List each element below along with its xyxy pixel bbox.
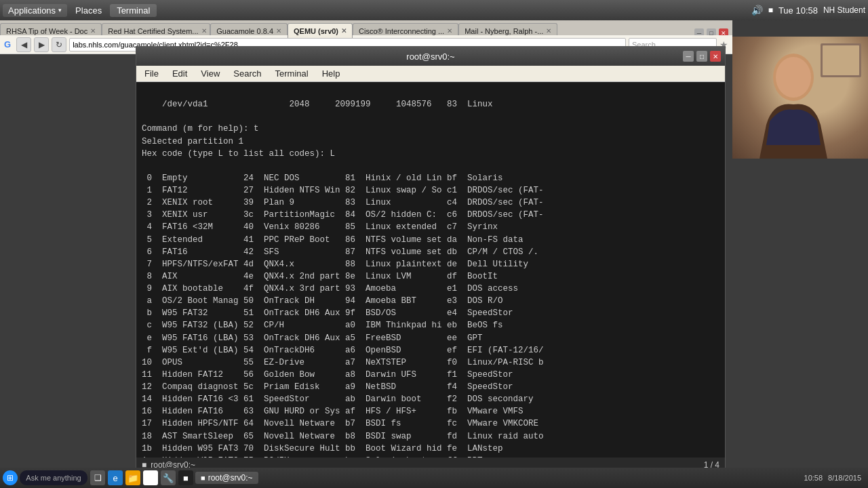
app-icon-6[interactable]: ■: [178, 470, 193, 485]
tab-cisco-label: Cisco® Interconnecting ...: [359, 27, 444, 35]
menu-file[interactable]: File: [139, 67, 164, 80]
user-label: NH Student: [823, 5, 865, 15]
task-view-symbol: ❑: [94, 473, 102, 483]
menu-terminal[interactable]: Terminal: [270, 67, 314, 80]
close-icon[interactable]: ✕: [341, 27, 347, 35]
app-icon-5[interactable]: 🔧: [161, 470, 176, 485]
webcam-area: [732, 37, 868, 159]
minimize-button[interactable]: ─: [683, 51, 694, 62]
svg-rect-1: [823, 45, 859, 75]
close-icon[interactable]: ✕: [90, 27, 96, 35]
ie-symbol: e: [113, 473, 117, 483]
applications-label: Applications: [8, 5, 56, 16]
explorer-icon[interactable]: e: [108, 470, 123, 485]
terminal-window: root@srv0:~ ─ □ ✕ File Edit View Search …: [136, 46, 726, 473]
maximize-button[interactable]: □: [696, 51, 707, 62]
start-area: Applications ▾ Places Terminal: [3, 4, 157, 17]
taskbar-time: 10:58: [804, 474, 823, 482]
terminal-body[interactable]: /dev/vda1 2048 2099199 1048576 83 Linux …: [136, 82, 725, 458]
terminal-menu[interactable]: Terminal: [110, 4, 157, 17]
tab-qemu[interactable]: QEMU (srv0) ✕: [288, 23, 353, 38]
tab-guacamole-label: Guacamole 0.8.4: [216, 27, 273, 35]
terminal-menubar: File Edit View Search Terminal Help: [136, 66, 725, 82]
folder-symbol: 📁: [127, 473, 138, 483]
places-menu[interactable]: Places: [68, 4, 108, 17]
terminal-taskbar-label: root@srv0:~: [208, 473, 253, 483]
clock: Tue 10:58: [778, 5, 818, 16]
google-logo: G: [4, 39, 11, 49]
close-button[interactable]: ✕: [710, 51, 721, 62]
terminal-label: Terminal: [117, 5, 150, 16]
close-icon[interactable]: ✕: [447, 27, 452, 35]
taskbar-date: 8/18/2015: [828, 474, 861, 482]
window-controls: ─ □ ✕: [683, 51, 721, 62]
applications-menu[interactable]: Applications ▾: [3, 4, 67, 17]
terminal-content: /dev/vda1 2048 2099199 1048576 83 Linux …: [142, 100, 544, 458]
app-symbol-5: 🔧: [163, 473, 174, 483]
task-view-icon[interactable]: ❑: [90, 470, 105, 485]
terminal-taskbar-icon: ■: [201, 474, 205, 482]
menu-edit[interactable]: Edit: [167, 67, 193, 80]
bottom-taskbar: ⊞ Ask me anything ❑ e 📁 ⊙ 🔧 ■ ■ root@srv…: [0, 468, 868, 488]
terminal-taskbar-btn[interactable]: ■ root@srv0:~: [195, 472, 258, 484]
close-icon[interactable]: ✕: [201, 27, 207, 35]
chevron-down-icon: ▾: [58, 7, 62, 14]
top-taskbar: Applications ▾ Places Terminal 🔊 ■ Tue 1…: [0, 0, 868, 20]
tab-mail-label: Mail - Nyberg, Ralph -...: [465, 27, 543, 35]
terminal-title: root@srv0:~: [406, 52, 454, 62]
back-button[interactable]: ◀: [16, 37, 31, 52]
chrome-symbol: ⊙: [147, 473, 155, 483]
svg-point-3: [776, 57, 811, 98]
menu-view[interactable]: View: [195, 67, 225, 80]
start-button[interactable]: ⊞: [3, 470, 18, 485]
terminal-titlebar: root@srv0:~ ─ □ ✕: [136, 47, 725, 66]
forward-button[interactable]: ▶: [34, 37, 49, 52]
webcam-svg: [732, 37, 868, 159]
app-symbol-6: ■: [183, 473, 189, 483]
tab-qemu-label: QEMU (srv0): [294, 27, 338, 35]
folder-icon[interactable]: 📁: [125, 470, 140, 485]
close-icon[interactable]: ✕: [546, 27, 551, 35]
menu-search[interactable]: Search: [228, 67, 267, 80]
tab-rhsa-label: RHSA Tip of Week - Doc: [6, 27, 87, 35]
ask-label: Ask me anything: [26, 474, 81, 482]
cortana-icon[interactable]: Ask me anything: [20, 470, 87, 485]
places-label: Places: [75, 5, 102, 16]
menu-help[interactable]: Help: [317, 67, 346, 80]
chrome-icon[interactable]: ⊙: [143, 470, 158, 485]
taskbar-right: 10:58 8/18/2015: [804, 474, 865, 482]
top-right-area: 🔊 ■ Tue 10:58 NH Student: [751, 5, 865, 16]
refresh-button[interactable]: ↻: [52, 37, 66, 52]
speaker-icon[interactable]: 🔊: [751, 5, 763, 16]
close-icon[interactable]: ✕: [276, 27, 281, 35]
network-icon: ■: [768, 5, 773, 15]
windows-icon: ⊞: [7, 473, 14, 483]
tab-redhat-label: Red Hat Certified System...: [108, 27, 198, 35]
webcam-feed: [732, 37, 868, 159]
